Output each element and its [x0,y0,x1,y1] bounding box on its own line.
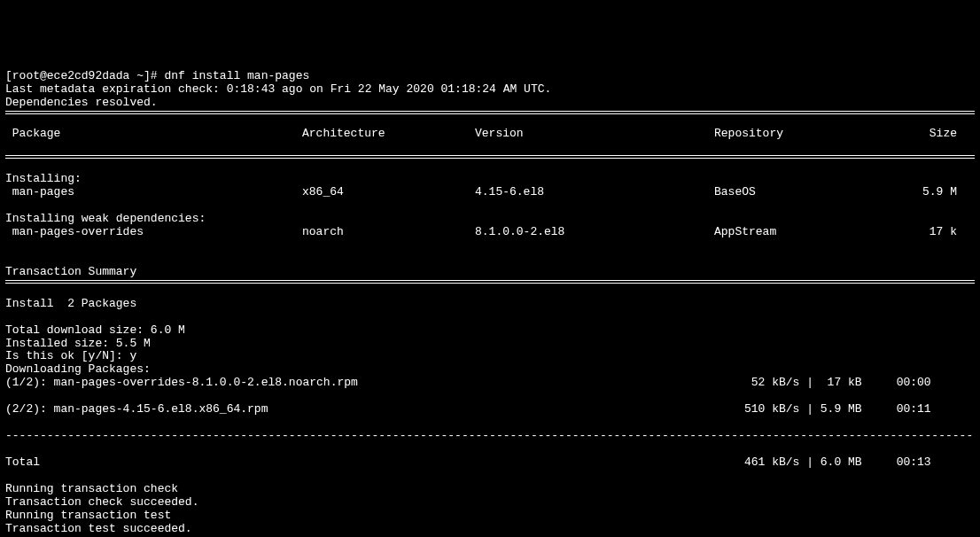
download-total: Total461 kB/s | 6.0 MB 00:13 [5,456,975,470]
command-text: dnf install man-pages [164,69,309,82]
install-count: Install 2 Packages [5,297,136,310]
table-header: PackageArchitectureVersionRepositorySize [5,128,975,141]
txn-summary: Transaction Summary [5,265,136,278]
running-check: Running transaction check [5,482,178,495]
test-succeeded: Transaction test succeeded. [5,522,192,535]
section-weak-deps: Installing weak dependencies: [5,212,206,225]
download-row: (1/2): man-pages-overrides-8.1.0.0-2.el8… [5,377,975,390]
package-row: man-pages-overridesnoarch8.1.0.0-2.el8Ap… [5,226,975,239]
rule [5,280,975,284]
downloading-header: Downloading Packages: [5,362,151,376]
rule [5,155,975,159]
deps-resolved: Dependencies resolved. [5,96,158,109]
package-row: man-pagesx86_644.15-6.el8BaseOS5.9 M [5,186,975,199]
check-succeeded: Transaction check succeeded. [5,495,198,509]
rule [5,111,975,114]
installed-size: Installed size: 5.5 M [5,337,151,350]
download-row: (2/2): man-pages-4.15-6.el8.x86_64.rpm51… [5,403,975,416]
prompt: [root@ece2cd92dada ~]# [5,69,164,82]
metadata-line: Last metadata expiration check: 0:18:43 … [5,82,551,96]
dash-rule: ----------------------------------------… [5,430,975,443]
confirm-prompt: Is this ok [y/N]: y [5,349,136,362]
running-test: Running transaction test [5,509,171,522]
terminal-output: [root@ece2cd92dada ~]# dnf install man-p… [5,57,975,537]
section-installing: Installing: [5,172,82,185]
total-download-size: Total download size: 6.0 M [5,323,185,337]
